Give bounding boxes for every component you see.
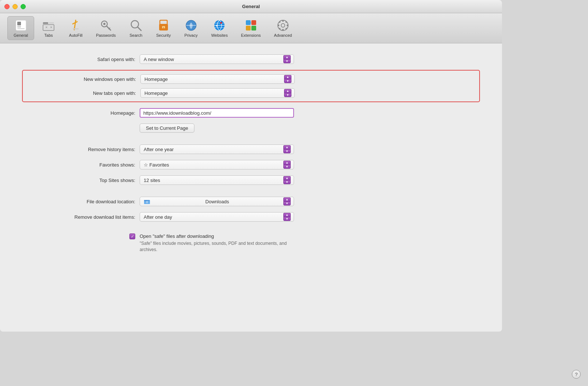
safari-opens-up[interactable]: ▲ bbox=[283, 55, 291, 59]
set-current-page-row: Set to Current Page bbox=[22, 124, 480, 133]
open-safe-files-text: Open "safe" files after downloading bbox=[140, 233, 214, 239]
file-download-value: Downloads bbox=[205, 199, 229, 204]
open-safe-files-checkbox[interactable]: ✓ bbox=[129, 233, 135, 239]
toolbar-item-autofill[interactable]: AutoFill bbox=[63, 17, 89, 40]
open-safe-files-label: Open "safe" files after downloading bbox=[140, 233, 294, 239]
new-windows-stepper: ▲ ▼ bbox=[284, 75, 291, 83]
safari-opens-down[interactable]: ▼ bbox=[283, 59, 291, 63]
toolbar-item-extensions[interactable]: Extensions bbox=[235, 17, 267, 40]
window-title: General bbox=[242, 4, 260, 9]
file-download-location-select[interactable]: Downloads ▲ ▼ bbox=[140, 197, 294, 206]
tabs-icon: ✕ ✕ bbox=[42, 19, 55, 32]
new-tabs-label: New tabs open with: bbox=[23, 90, 140, 96]
svg-rect-50 bbox=[144, 200, 147, 201]
svg-point-16 bbox=[103, 23, 105, 25]
new-windows-select[interactable]: Homepage ▲ ▼ bbox=[140, 74, 295, 84]
tabs-label: Tabs bbox=[44, 33, 53, 37]
search-icon bbox=[129, 19, 143, 32]
autofill-icon bbox=[69, 19, 82, 32]
favorites-shows-up[interactable]: ▲ bbox=[283, 161, 291, 165]
top-sites-shows-select[interactable]: 12 sites ▲ ▼ bbox=[140, 175, 294, 185]
top-sites-shows-stepper: ▲ ▼ bbox=[283, 176, 291, 184]
toolbar-item-advanced[interactable]: Advanced bbox=[268, 17, 298, 40]
svg-rect-5 bbox=[49, 22, 54, 24]
file-download-location-control: Downloads ▲ ▼ bbox=[140, 197, 294, 206]
minimize-button[interactable] bbox=[12, 4, 18, 9]
new-tabs-select[interactable]: Homepage ▲ ▼ bbox=[140, 88, 295, 98]
file-download-icon bbox=[144, 198, 150, 205]
new-tabs-down[interactable]: ▼ bbox=[284, 93, 291, 97]
svg-rect-1 bbox=[17, 22, 21, 25]
remove-history-down[interactable]: ▼ bbox=[283, 149, 291, 153]
favorites-shows-down[interactable]: ▼ bbox=[283, 165, 291, 169]
svg-point-39 bbox=[281, 24, 285, 27]
file-download-location-row: File download location: Downloads ▲ bbox=[22, 197, 480, 206]
set-to-current-page-button[interactable]: Set to Current Page bbox=[140, 124, 194, 133]
toolbar-item-websites[interactable]: Websites bbox=[205, 17, 234, 40]
top-sites-shows-control: 12 sites ▲ ▼ bbox=[140, 175, 294, 185]
new-tabs-row: New tabs open with: Homepage ▲ ▼ bbox=[23, 88, 479, 98]
svg-text:✕: ✕ bbox=[50, 26, 53, 29]
remove-download-list-control: After one day ▲ ▼ bbox=[140, 212, 294, 222]
remove-history-value: After one year bbox=[144, 147, 174, 152]
toolbar-item-security[interactable]: Security bbox=[150, 17, 177, 40]
safari-opens-select[interactable]: A new window ▲ ▼ bbox=[140, 54, 294, 64]
new-windows-row: New windows open with: Homepage ▲ ▼ bbox=[23, 74, 479, 84]
svg-rect-37 bbox=[251, 22, 253, 24]
file-download-up[interactable]: ▲ bbox=[283, 197, 291, 201]
new-windows-down[interactable]: ▼ bbox=[284, 79, 291, 83]
safari-opens-label: Safari opens with: bbox=[22, 57, 140, 62]
toolbar-item-privacy[interactable]: Privacy bbox=[178, 17, 204, 40]
remove-download-list-label: Remove download list items: bbox=[22, 214, 140, 220]
extensions-label: Extensions bbox=[241, 33, 261, 37]
toolbar-item-general[interactable]: General bbox=[7, 16, 34, 40]
maximize-button[interactable] bbox=[21, 4, 26, 9]
new-windows-value: Homepage bbox=[144, 76, 168, 82]
new-tabs-control: Homepage ▲ ▼ bbox=[140, 88, 295, 98]
remove-download-list-stepper: ▲ ▼ bbox=[283, 213, 291, 221]
new-tabs-value: Homepage bbox=[144, 90, 168, 96]
homepage-input[interactable] bbox=[140, 108, 294, 118]
websites-label: Websites bbox=[211, 33, 228, 37]
safari-opens-with-row: Safari opens with: A new window ▲ ▼ bbox=[22, 54, 480, 64]
checkbox-area: ✓ bbox=[22, 233, 140, 239]
close-button[interactable] bbox=[4, 4, 10, 9]
new-tabs-up[interactable]: ▲ bbox=[284, 89, 291, 93]
toolbar-item-search[interactable]: Search bbox=[123, 17, 149, 40]
content-area: Safari opens with: A new window ▲ ▼ New … bbox=[0, 43, 502, 332]
new-windows-control: Homepage ▲ ▼ bbox=[140, 74, 295, 84]
homepage-control bbox=[140, 108, 294, 118]
top-sites-shows-value: 12 sites bbox=[144, 178, 160, 183]
toolbar-item-passwords[interactable]: Passwords bbox=[90, 17, 122, 40]
remove-download-list-down[interactable]: ▼ bbox=[283, 217, 291, 221]
passwords-label: Passwords bbox=[96, 33, 116, 37]
svg-rect-35 bbox=[251, 26, 256, 31]
remove-download-list-row: Remove download list items: After one da… bbox=[22, 212, 480, 222]
general-icon bbox=[14, 19, 28, 32]
safari-opens-control: A new window ▲ ▼ bbox=[140, 54, 294, 64]
favorites-shows-label: Favorites shows: bbox=[22, 162, 140, 168]
top-sites-shows-label: Top Sites shows: bbox=[22, 178, 140, 183]
favorites-shows-select[interactable]: ☆ Favorites ▲ ▼ bbox=[140, 160, 294, 169]
security-icon bbox=[157, 19, 170, 32]
remove-download-list-up[interactable]: ▲ bbox=[283, 213, 291, 217]
svg-rect-12 bbox=[73, 28, 79, 29]
toolbar-item-tabs[interactable]: ✕ ✕ Tabs bbox=[36, 17, 61, 40]
new-windows-up[interactable]: ▲ bbox=[284, 75, 291, 79]
checkmark-icon: ✓ bbox=[131, 235, 134, 239]
svg-text:✕: ✕ bbox=[45, 26, 48, 29]
favorites-shows-value: ☆ Favorites bbox=[144, 162, 169, 168]
remove-history-select[interactable]: After one year ▲ ▼ bbox=[140, 144, 294, 154]
file-download-down[interactable]: ▼ bbox=[283, 201, 291, 205]
svg-rect-36 bbox=[249, 22, 251, 24]
top-sites-shows-row: Top Sites shows: 12 sites ▲ ▼ bbox=[22, 175, 480, 185]
svg-rect-40 bbox=[282, 20, 284, 22]
top-sites-shows-up[interactable]: ▲ bbox=[283, 176, 291, 180]
file-download-stepper: ▲ ▼ bbox=[283, 197, 291, 205]
top-sites-shows-down[interactable]: ▼ bbox=[283, 180, 291, 184]
remove-history-up[interactable]: ▲ bbox=[283, 145, 291, 149]
remove-download-list-value: After one day bbox=[144, 214, 172, 220]
favorites-shows-row: Favorites shows: ☆ Favorites ▲ ▼ bbox=[22, 160, 480, 169]
extensions-icon bbox=[244, 19, 258, 32]
remove-download-list-select[interactable]: After one day ▲ ▼ bbox=[140, 212, 294, 222]
